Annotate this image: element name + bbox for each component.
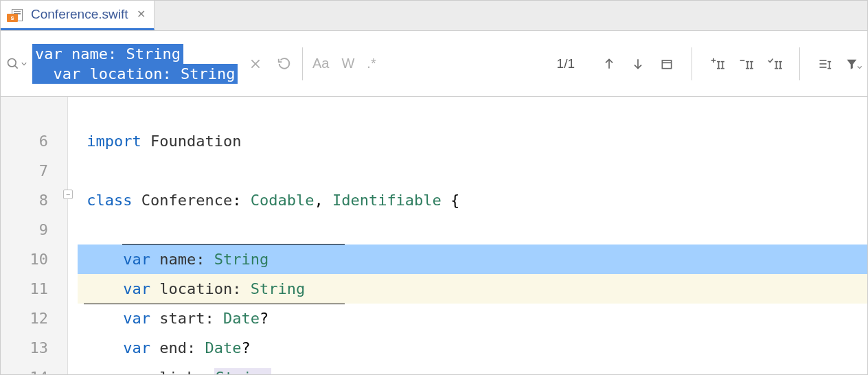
filter-lines-icon[interactable] bbox=[816, 56, 833, 72]
close-tab-icon[interactable]: ✕ bbox=[137, 8, 146, 21]
code-line-7 bbox=[78, 156, 867, 185]
gutter-13: 13 bbox=[1, 333, 67, 363]
search-text-line1: var name: String bbox=[32, 44, 183, 64]
find-bar: var name: String var location: String Aa… bbox=[1, 31, 867, 97]
search-input[interactable]: var name: String var location: String bbox=[32, 44, 228, 84]
code-line-8: class Conference: Codable, Identifiable … bbox=[78, 185, 867, 215]
code-line-12: var start: Date? bbox=[78, 304, 867, 333]
gutter-11: 11 bbox=[1, 274, 67, 304]
code-line bbox=[78, 97, 867, 126]
clear-search-icon[interactable] bbox=[247, 56, 264, 72]
gutter-6: 6 bbox=[1, 126, 67, 156]
svg-point-0 bbox=[8, 58, 16, 67]
gutter-12: 12 bbox=[1, 304, 67, 333]
fold-strip: − bbox=[68, 97, 78, 374]
history-icon[interactable] bbox=[276, 56, 293, 72]
match-count: 1/1 bbox=[557, 56, 575, 71]
regex-toggle[interactable]: .* bbox=[367, 56, 376, 71]
line-gutter: 6 7 8 9 10 11 12 13 14 bbox=[1, 97, 68, 374]
code-line-11: var location: String bbox=[78, 274, 867, 304]
gutter-10: 10 bbox=[1, 245, 67, 274]
prev-match-icon[interactable] bbox=[601, 56, 617, 72]
funnel-filter-icon[interactable] bbox=[845, 56, 862, 72]
code-line-10: var name: String bbox=[78, 245, 867, 274]
new-window-icon[interactable] bbox=[659, 56, 675, 72]
file-tab[interactable]: s Conference.swift ✕ bbox=[1, 0, 155, 30]
remove-selection-icon[interactable] bbox=[738, 56, 754, 72]
whole-word-toggle[interactable]: W bbox=[341, 56, 354, 71]
tab-filename: Conference.swift bbox=[31, 7, 128, 22]
gutter-14: 14 bbox=[1, 363, 67, 375]
gutter-blank bbox=[1, 97, 67, 126]
tab-bar: s Conference.swift ✕ bbox=[1, 1, 867, 31]
match-case-toggle[interactable]: Aa bbox=[312, 56, 329, 71]
code-line-14: var link: String bbox=[78, 363, 867, 375]
select-all-icon[interactable] bbox=[766, 56, 783, 72]
add-selection-icon[interactable] bbox=[709, 56, 725, 72]
code-line-13: var end: Date? bbox=[78, 333, 867, 363]
code-line-6: import Foundation bbox=[78, 126, 867, 156]
next-match-icon[interactable] bbox=[630, 56, 646, 72]
search-text-line2: var location: String bbox=[32, 64, 238, 84]
fold-toggle-icon[interactable]: − bbox=[63, 190, 73, 199]
svg-line-1 bbox=[15, 65, 18, 68]
gutter-9: 9 bbox=[1, 215, 67, 245]
svg-rect-6 bbox=[662, 60, 671, 69]
search-icon[interactable] bbox=[6, 57, 27, 71]
code-area[interactable]: import Foundation class Conference: Coda… bbox=[78, 97, 867, 374]
gutter-8: 8 bbox=[1, 185, 67, 215]
swift-file-icon: s bbox=[9, 8, 25, 21]
code-editor[interactable]: 6 7 8 9 10 11 12 13 14 − import Foundati… bbox=[1, 97, 867, 374]
code-line-9 bbox=[78, 215, 867, 245]
gutter-7: 7 bbox=[1, 156, 67, 185]
